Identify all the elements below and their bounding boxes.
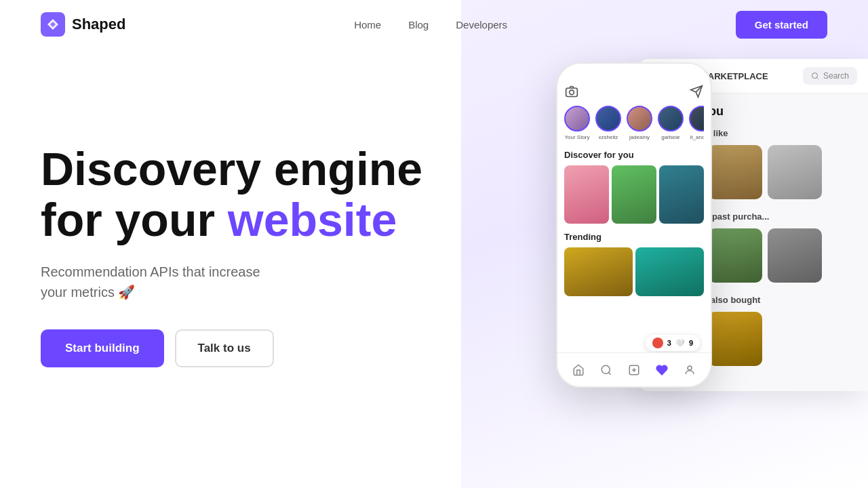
hero-buttons: Start building Talk to us <box>41 329 502 367</box>
hero-heading: Discovery engine for your website <box>41 144 502 245</box>
nav-developers[interactable]: Developers <box>456 19 507 30</box>
discover-grid <box>564 165 704 224</box>
mp-product-jeans-3[interactable] <box>768 228 822 283</box>
subtext-line2: your metrics 🚀 <box>41 285 135 300</box>
send-icon <box>689 84 704 99</box>
talk-to-us-button[interactable]: Talk to us <box>175 329 274 367</box>
story-item[interactable]: it_and_bit <box>689 106 704 140</box>
nav-links: Home Blog Developers <box>354 19 507 30</box>
svg-line-12 <box>816 77 818 79</box>
phone-mockup: Your Story xzsheitz jadeamy garbear <box>556 62 712 388</box>
heading-accent: website <box>228 194 397 245</box>
reaction-badge: 3 🤍 9 <box>646 335 700 351</box>
search-icon <box>811 72 819 80</box>
get-started-button[interactable]: Get started <box>736 11 827 39</box>
discover-item-1 <box>564 165 609 224</box>
mp-product-chair-grey[interactable] <box>768 145 822 199</box>
discover-section-title: Discover for you <box>564 150 704 160</box>
story-item[interactable]: xzsheitz <box>595 106 621 140</box>
heading-line2: for your <box>41 194 228 245</box>
hero-subtext: Recommendation APIs that increase your m… <box>41 262 502 302</box>
mp-search[interactable]: Search <box>803 67 857 85</box>
story-avatar-your-story <box>564 106 590 131</box>
mp-product-jeans-2[interactable] <box>708 228 762 283</box>
svg-point-2 <box>570 90 574 95</box>
story-label-garbear: garbear <box>661 134 680 140</box>
start-building-button[interactable]: Start building <box>41 329 164 367</box>
hero-right: Your Story xzsheitz jadeamy garbear <box>515 49 868 488</box>
story-label-jadeamy: jadeamy <box>629 134 650 140</box>
trending-item-1 <box>564 247 633 296</box>
phone-notch <box>607 64 661 79</box>
heading-line1: Discovery engine <box>41 143 422 195</box>
reaction-count2: 9 <box>689 339 693 347</box>
phone-topbar <box>564 84 704 99</box>
story-avatar-garbear <box>658 106 684 131</box>
svg-point-11 <box>812 73 817 79</box>
hero-left: Discovery engine for your website Recomm… <box>41 89 502 367</box>
story-item[interactable]: jadeamy <box>627 106 652 140</box>
trending-grid <box>564 247 704 296</box>
story-avatar-xzsheitz <box>595 106 621 131</box>
discover-item-2 <box>612 165 656 224</box>
discover-item-3 <box>659 165 704 224</box>
navbar: Shaped Home Blog Developers Get started <box>0 0 868 49</box>
story-label-it-and-bit: it_and_bit <box>690 134 704 140</box>
nav-home-icon[interactable] <box>571 363 586 378</box>
svg-point-10 <box>688 366 692 370</box>
nav-search-icon[interactable] <box>599 363 614 378</box>
nav-home[interactable]: Home <box>354 19 381 30</box>
nav-heart-icon[interactable] <box>654 363 669 378</box>
story-avatar-jadeamy <box>627 106 652 131</box>
brand-name: Shaped <box>72 16 125 33</box>
nav-blog[interactable]: Blog <box>408 19 429 30</box>
hero-section: Discovery engine for your website Recomm… <box>0 49 868 488</box>
svg-line-6 <box>608 372 610 374</box>
svg-rect-1 <box>566 88 578 97</box>
reaction-count1: 3 <box>667 339 671 347</box>
mp-product-chair-gold[interactable] <box>708 145 762 199</box>
logo[interactable]: Shaped <box>41 12 125 37</box>
reaction-heart: 🤍 <box>675 339 685 348</box>
stories-row: Your Story xzsheitz jadeamy garbear <box>564 106 704 140</box>
trending-section-title: Trending <box>564 232 704 242</box>
svg-point-5 <box>601 365 610 373</box>
logo-icon <box>41 12 65 37</box>
nav-profile-icon[interactable] <box>682 363 697 378</box>
mp-search-placeholder: Search <box>823 71 849 81</box>
story-label-your-story: Your Story <box>564 134 589 140</box>
story-item[interactable]: garbear <box>658 106 684 140</box>
nav-plus-icon[interactable] <box>627 363 642 378</box>
reaction-dot <box>652 338 663 348</box>
phone-inner: Your Story xzsheitz jadeamy garbear <box>557 79 711 296</box>
story-item[interactable]: Your Story <box>564 106 590 140</box>
camera-icon <box>564 84 579 99</box>
story-avatar-it-and-bit <box>689 106 704 131</box>
trending-item-2 <box>635 247 704 296</box>
mp-product-dark[interactable] <box>708 312 762 366</box>
story-label-xzsheitz: xzsheitz <box>599 134 618 140</box>
subtext-line1: Recommendation APIs that increase <box>41 264 260 279</box>
phone-bottom-nav <box>557 352 711 386</box>
